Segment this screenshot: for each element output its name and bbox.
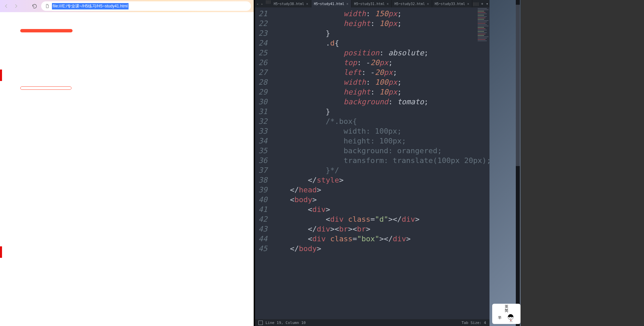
tab-h5-study41-html[interactable]: H5~study41.html× — [311, 0, 352, 7]
code-line[interactable]: } — [272, 28, 490, 38]
line-number: 26 — [258, 58, 268, 67]
tab-label: H5~study32.html — [394, 2, 425, 6]
code-line[interactable]: <div class="box"></div> — [272, 234, 490, 244]
code-line[interactable]: background: orangered; — [272, 146, 490, 156]
code-line[interactable]: /*.box{ — [272, 116, 490, 126]
code-line[interactable]: .d{ — [272, 38, 490, 48]
address-bar[interactable]: file:///E:/专业课~/H5练习/H5~study41.html — [41, 1, 251, 11]
tab-h5-study38-html[interactable]: H5~study38.html× — [271, 0, 311, 7]
line-number: 25 — [258, 48, 268, 58]
close-icon[interactable]: × — [467, 2, 469, 6]
line-number: 42 — [258, 214, 268, 224]
line-gutter: 2122232425262728293031323334353637383940… — [255, 7, 271, 319]
assistant-avatar[interactable]: 英 简 半 — [492, 304, 521, 324]
address-text: file:///E:/专业课~/H5练习/H5~study41.html — [52, 3, 129, 9]
code-line[interactable]: background: tomato; — [272, 97, 490, 107]
reload-icon[interactable] — [31, 3, 38, 9]
tab-scroll-left-icon[interactable]: ◂ — [255, 0, 260, 7]
code-line[interactable]: height: 10px; — [272, 87, 490, 97]
tab-label: H5~study33.html — [435, 2, 465, 6]
line-number: 45 — [258, 244, 268, 253]
line-number: 30 — [258, 97, 268, 107]
line-number: 24 — [258, 38, 268, 48]
close-icon[interactable]: × — [427, 2, 429, 6]
code-line[interactable]: </head> — [272, 185, 490, 195]
file-icon — [45, 3, 50, 9]
code-line[interactable]: </div><br><br> — [272, 224, 490, 234]
tab-label: H5~study38.html — [274, 2, 304, 6]
editor-pane: ◂ ▸ ||||| H5~study38.html×H5~study41.htm… — [255, 0, 489, 326]
tab-menu-icon[interactable]: ▾ — [486, 2, 488, 6]
back-icon[interactable] — [3, 3, 9, 9]
tab-label: H5~study41.html — [314, 2, 344, 6]
code-line[interactable]: </style> — [272, 175, 490, 185]
tab-h5-study33-html[interactable]: H5~study33.html× — [432, 0, 472, 7]
code-line[interactable]: top: -20px; — [272, 58, 490, 67]
svg-point-1 — [509, 317, 510, 318]
code-line[interactable]: }*/ — [272, 165, 490, 175]
avatar-text-3: 半 — [498, 316, 502, 320]
code-line[interactable]: height: 10px; — [272, 19, 490, 28]
svg-point-2 — [511, 317, 512, 318]
code-line[interactable]: </body> — [272, 244, 490, 253]
line-number: 40 — [258, 195, 268, 205]
line-number: 21 — [258, 9, 268, 19]
editor-statusbar: Line 19, Column 10 Tab Size: 4 — [255, 319, 489, 326]
close-icon[interactable]: × — [306, 2, 308, 6]
code-line[interactable]: width: 150px; — [272, 9, 490, 19]
new-tab-icon[interactable]: + — [481, 2, 483, 6]
browser-viewport — [0, 12, 254, 326]
line-number: 39 — [258, 185, 268, 195]
code-line[interactable]: } — [272, 107, 490, 116]
line-number: 38 — [258, 175, 268, 185]
line-number: 33 — [258, 126, 268, 136]
line-number: 28 — [258, 77, 268, 87]
status-cursor: Line 19, Column 10 — [265, 321, 306, 325]
close-icon[interactable]: × — [346, 2, 348, 6]
avatar-face-icon — [502, 313, 515, 323]
line-number: 35 — [258, 146, 268, 156]
code-line[interactable]: <div> — [272, 205, 490, 214]
code-line[interactable]: <body> — [272, 195, 490, 205]
code-line[interactable]: transform: translate(100px 20px); — [272, 156, 490, 165]
avatar-text-2: 简 — [505, 308, 508, 313]
line-number: 41 — [258, 205, 268, 214]
line-number: 23 — [258, 28, 268, 38]
forward-icon[interactable] — [13, 3, 20, 9]
code-line[interactable]: left: -20px; — [272, 67, 490, 77]
tomato-bar-outline — [20, 86, 72, 90]
code-area[interactable]: 2122232425262728293031323334353637383940… — [255, 7, 489, 319]
line-number: 22 — [258, 19, 268, 28]
desktop-strip: 英 简 半 — [489, 0, 521, 326]
left-edge-markers — [0, 70, 2, 258]
browser-toolbar: file:///E:/专业课~/H5练习/H5~study41.html — [0, 0, 254, 12]
code-line[interactable]: width: 100px; — [272, 126, 490, 136]
code-line[interactable]: height: 100px; — [272, 136, 490, 146]
line-number: 43 — [258, 224, 268, 234]
tab-h5-study31-html[interactable]: H5~study31.html× — [352, 0, 392, 7]
status-checkbox-icon[interactable] — [258, 321, 263, 325]
close-icon[interactable]: × — [387, 2, 389, 6]
browser-pane: file:///E:/专业课~/H5练习/H5~study41.html — [0, 0, 255, 326]
tab-h5-study32-html[interactable]: H5~study32.html× — [392, 0, 432, 7]
line-number: 37 — [258, 165, 268, 175]
page-render — [0, 12, 254, 107]
line-number: 34 — [258, 136, 268, 146]
code-line[interactable]: position: absolute; — [272, 48, 490, 58]
tab-overflow-icon: ||||| — [264, 0, 271, 7]
line-number: 32 — [258, 116, 268, 126]
tabbar-controls: ||||| + ▾ — [472, 0, 489, 7]
line-number: 36 — [258, 156, 268, 165]
tab-scroll-right-icon[interactable]: ▸ — [260, 0, 264, 7]
editor-scrollbar-thumb[interactable] — [516, 5, 520, 166]
code-line[interactable]: <div class="d"></div> — [272, 214, 490, 224]
line-number: 44 — [258, 234, 268, 244]
tab-label: H5~study31.html — [354, 2, 385, 6]
line-number: 31 — [258, 107, 268, 116]
code-text[interactable]: width: 150px; height: 10px; } .d{ positi… — [271, 7, 490, 319]
code-line[interactable]: width: 100px; — [272, 77, 490, 87]
tab-overflow-right-icon: ||||| — [472, 2, 478, 6]
status-indent[interactable]: Tab Size: 4 — [461, 321, 486, 325]
app-root: file:///E:/专业课~/H5练习/H5~study41.html ◂ ▸… — [0, 0, 644, 326]
tomato-bar-solid — [20, 29, 73, 32]
